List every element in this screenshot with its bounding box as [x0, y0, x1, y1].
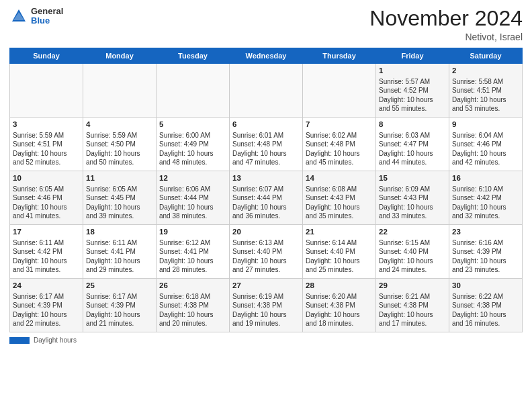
day-number: 15 [379, 173, 446, 184]
day-info: Sunrise: 6:05 AMSunset: 4:46 PMDaylight:… [13, 185, 80, 221]
day-info: Sunrise: 6:12 AMSunset: 4:41 PMDaylight:… [159, 238, 226, 275]
day-cell: 18Sunrise: 6:11 AMSunset: 4:41 PMDayligh… [83, 225, 157, 279]
day-cell: 13Sunrise: 6:07 AMSunset: 4:44 PMDayligh… [230, 171, 303, 225]
day-info: Sunrise: 6:04 AMSunset: 4:46 PMDaylight:… [452, 131, 519, 167]
day-number: 11 [86, 173, 153, 184]
day-cell: 5Sunrise: 6:00 AMSunset: 4:49 PMDaylight… [157, 118, 230, 171]
day-number: 30 [452, 281, 519, 291]
day-info: Sunrise: 6:16 AMSunset: 4:39 PMDaylight:… [452, 238, 519, 275]
day-cell: 6Sunrise: 6:01 AMSunset: 4:48 PMDaylight… [230, 118, 303, 171]
day-cell [230, 64, 303, 118]
day-info: Sunrise: 6:15 AMSunset: 4:40 PMDaylight:… [379, 238, 446, 275]
day-cell: 29Sunrise: 6:21 AMSunset: 4:38 PMDayligh… [376, 279, 449, 332]
day-cell: 1Sunrise: 5:57 AMSunset: 4:52 PMDaylight… [376, 64, 449, 118]
day-cell: 24Sunrise: 6:17 AMSunset: 4:39 PMDayligh… [10, 279, 83, 332]
daylight-label: Daylight hours [34, 336, 77, 344]
week-row-2: 3Sunrise: 5:59 AMSunset: 4:51 PMDaylight… [10, 118, 523, 171]
day-number: 5 [159, 120, 226, 130]
day-number: 23 [452, 227, 519, 238]
day-cell: 21Sunrise: 6:14 AMSunset: 4:40 PMDayligh… [303, 225, 376, 279]
day-cell [10, 64, 83, 118]
day-cell: 22Sunrise: 6:15 AMSunset: 4:40 PMDayligh… [376, 225, 449, 279]
day-number: 3 [13, 120, 80, 130]
day-info: Sunrise: 5:59 AMSunset: 4:50 PMDaylight:… [86, 131, 153, 167]
day-info: Sunrise: 6:09 AMSunset: 4:43 PMDaylight:… [379, 185, 446, 221]
day-info: Sunrise: 6:17 AMSunset: 4:39 PMDaylight:… [86, 292, 153, 328]
day-cell: 8Sunrise: 6:03 AMSunset: 4:47 PMDaylight… [376, 118, 449, 171]
day-info: Sunrise: 6:14 AMSunset: 4:40 PMDaylight:… [306, 238, 373, 275]
day-number: 25 [86, 281, 153, 291]
day-cell: 17Sunrise: 6:11 AMSunset: 4:42 PMDayligh… [10, 225, 83, 279]
day-number: 17 [13, 227, 80, 238]
header-cell-tuesday: Tuesday [157, 48, 230, 64]
day-cell [157, 64, 230, 118]
day-number: 12 [159, 173, 226, 184]
day-number: 19 [159, 227, 226, 238]
day-number: 28 [306, 281, 373, 291]
logo-icon [9, 7, 28, 26]
day-cell: 20Sunrise: 6:13 AMSunset: 4:40 PMDayligh… [230, 225, 303, 279]
day-number: 9 [452, 120, 519, 130]
day-cell: 28Sunrise: 6:20 AMSunset: 4:38 PMDayligh… [303, 279, 376, 332]
day-cell: 11Sunrise: 6:05 AMSunset: 4:45 PMDayligh… [83, 171, 157, 225]
page: General Blue November 2024 Netivot, Isra… [0, 0, 532, 411]
day-info: Sunrise: 6:07 AMSunset: 4:44 PMDaylight:… [232, 185, 300, 221]
day-info: Sunrise: 5:59 AMSunset: 4:51 PMDaylight:… [13, 131, 80, 167]
day-info: Sunrise: 5:57 AMSunset: 4:52 PMDaylight:… [379, 77, 446, 113]
day-number: 24 [13, 281, 80, 291]
calendar-body: 1Sunrise: 5:57 AMSunset: 4:52 PMDaylight… [10, 64, 523, 332]
day-cell: 7Sunrise: 6:02 AMSunset: 4:48 PMDaylight… [303, 118, 376, 171]
day-number: 22 [379, 227, 446, 238]
day-info: Sunrise: 5:58 AMSunset: 4:51 PMDaylight:… [452, 77, 519, 113]
day-info: Sunrise: 6:08 AMSunset: 4:43 PMDaylight:… [306, 185, 373, 221]
day-info: Sunrise: 6:13 AMSunset: 4:40 PMDaylight:… [232, 238, 300, 275]
day-info: Sunrise: 6:10 AMSunset: 4:42 PMDaylight:… [452, 185, 519, 221]
day-cell: 16Sunrise: 6:10 AMSunset: 4:42 PMDayligh… [449, 171, 523, 225]
header: General Blue November 2024 Netivot, Isra… [9, 7, 523, 42]
location: Netivot, Israel [369, 32, 523, 42]
week-row-5: 24Sunrise: 6:17 AMSunset: 4:39 PMDayligh… [10, 279, 523, 332]
day-number: 16 [452, 173, 519, 184]
header-row: SundayMondayTuesdayWednesdayThursdayFrid… [10, 48, 523, 64]
day-number: 29 [379, 281, 446, 291]
header-cell-friday: Friday [376, 48, 449, 64]
day-cell: 9Sunrise: 6:04 AMSunset: 4:46 PMDaylight… [449, 118, 523, 171]
day-number: 8 [379, 120, 446, 130]
footer: Daylight hours [9, 336, 523, 344]
day-info: Sunrise: 6:20 AMSunset: 4:38 PMDaylight:… [306, 292, 373, 328]
day-info: Sunrise: 6:11 AMSunset: 4:42 PMDaylight:… [13, 238, 80, 275]
day-info: Sunrise: 6:05 AMSunset: 4:45 PMDaylight:… [86, 185, 153, 221]
day-info: Sunrise: 6:19 AMSunset: 4:38 PMDaylight:… [232, 292, 300, 328]
calendar-header: SundayMondayTuesdayWednesdayThursdayFrid… [10, 48, 523, 64]
header-cell-thursday: Thursday [303, 48, 376, 64]
day-info: Sunrise: 6:11 AMSunset: 4:41 PMDaylight:… [86, 238, 153, 275]
logo-blue: Blue [31, 16, 63, 26]
calendar: SundayMondayTuesdayWednesdayThursdayFrid… [9, 48, 523, 332]
day-number: 18 [86, 227, 153, 238]
svg-marker-1 [13, 12, 24, 20]
day-number: 27 [232, 281, 300, 291]
week-row-1: 1Sunrise: 5:57 AMSunset: 4:52 PMDaylight… [10, 64, 523, 118]
daylight-bar [9, 337, 30, 344]
day-cell: 14Sunrise: 6:08 AMSunset: 4:43 PMDayligh… [303, 171, 376, 225]
day-number: 1 [379, 66, 446, 77]
week-row-4: 17Sunrise: 6:11 AMSunset: 4:42 PMDayligh… [10, 225, 523, 279]
day-info: Sunrise: 6:18 AMSunset: 4:38 PMDaylight:… [159, 292, 226, 328]
logo: General Blue [9, 7, 63, 26]
day-number: 26 [159, 281, 226, 291]
logo-text: General Blue [31, 7, 63, 26]
day-cell: 12Sunrise: 6:06 AMSunset: 4:44 PMDayligh… [157, 171, 230, 225]
day-cell: 30Sunrise: 6:22 AMSunset: 4:38 PMDayligh… [449, 279, 523, 332]
header-cell-saturday: Saturday [449, 48, 523, 64]
day-number: 7 [306, 120, 373, 130]
day-number: 2 [452, 66, 519, 77]
day-cell: 2Sunrise: 5:58 AMSunset: 4:51 PMDaylight… [449, 64, 523, 118]
day-number: 21 [306, 227, 373, 238]
day-cell: 10Sunrise: 6:05 AMSunset: 4:46 PMDayligh… [10, 171, 83, 225]
day-info: Sunrise: 6:01 AMSunset: 4:48 PMDaylight:… [232, 131, 300, 167]
day-info: Sunrise: 6:22 AMSunset: 4:38 PMDaylight:… [452, 292, 519, 328]
day-number: 10 [13, 173, 80, 184]
day-cell: 3Sunrise: 5:59 AMSunset: 4:51 PMDaylight… [10, 118, 83, 171]
day-cell: 19Sunrise: 6:12 AMSunset: 4:41 PMDayligh… [157, 225, 230, 279]
day-cell: 27Sunrise: 6:19 AMSunset: 4:38 PMDayligh… [230, 279, 303, 332]
